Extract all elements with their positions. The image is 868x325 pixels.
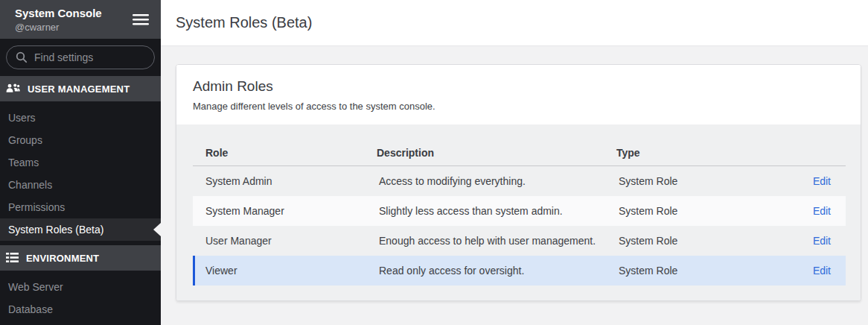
page-content: Admin Roles Manage different levels of a… (161, 46, 868, 301)
current-user: @cwarner (15, 22, 102, 33)
edit-link-viewer[interactable]: Edit (813, 265, 831, 277)
description-cell: Slightly less access than system admin. (368, 205, 608, 217)
search-input[interactable] (6, 45, 155, 69)
description-cell: Read only access for oversight. (368, 265, 608, 277)
column-header-description: Description (366, 147, 606, 159)
sidebar-item-channels[interactable]: Channels (0, 174, 161, 196)
sidebar-item-label: System Roles (Beta) (8, 224, 103, 236)
table-row-system-admin: System Admin Access to modifying everyth… (193, 166, 846, 196)
active-item-arrow (153, 223, 161, 236)
section-user-management[interactable]: USER MANAGEMENT (0, 76, 161, 101)
search-icon (16, 51, 28, 63)
section-environment[interactable]: ENVIRONMENT (0, 245, 161, 271)
sidebar-header: System Console @cwarner (0, 0, 161, 39)
sidebar-item-permissions[interactable]: Permissions (0, 196, 161, 218)
column-header-role: Role (193, 147, 366, 159)
type-cell: System Role (608, 175, 750, 187)
card-subtitle: Manage different levels of access to the… (193, 101, 844, 112)
sidebar-item-database[interactable]: Database (0, 298, 161, 321)
admin-roles-card: Admin Roles Manage different levels of a… (176, 64, 861, 301)
description-cell: Enough access to help with user manageme… (368, 235, 608, 247)
system-console-app: System Console @cwarner (0, 0, 868, 325)
edit-link-user-manager[interactable]: Edit (813, 235, 831, 247)
admin-sidebar: System Console @cwarner (0, 0, 161, 325)
page-header: System Roles (Beta) (161, 0, 868, 46)
table-row-viewer: Viewer Read only access for oversight. S… (193, 256, 846, 285)
sidebar-item-web-server[interactable]: Web Server (0, 276, 161, 298)
section-label: ENVIRONMENT (26, 253, 99, 264)
users-icon (6, 83, 20, 94)
edit-link-system-admin[interactable]: Edit (813, 175, 831, 187)
user-management-list: Users Groups Teams Channels Permissions … (0, 101, 161, 245)
card-title: Admin Roles (193, 78, 844, 95)
type-cell: System Role (608, 265, 750, 277)
sidebar-nav: USER MANAGEMENT Users Groups Teams Chann… (0, 76, 161, 325)
column-header-type: Type (606, 147, 747, 159)
type-cell: System Role (608, 205, 750, 217)
hamburger-menu-icon[interactable] (133, 14, 149, 25)
sidebar-header-text: System Console @cwarner (15, 6, 102, 32)
sidebar-item-system-roles[interactable]: System Roles (Beta) (0, 218, 161, 241)
page-title: System Roles (Beta) (176, 14, 312, 31)
role-cell: User Manager (195, 235, 368, 247)
type-cell: System Role (608, 235, 750, 247)
role-cell: Viewer (195, 265, 368, 277)
roles-table-container: Role Description Type System Admin Acces… (176, 124, 861, 300)
edit-link-system-manager[interactable]: Edit (813, 205, 831, 217)
section-label: USER MANAGEMENT (28, 83, 130, 95)
sidebar-item-teams[interactable]: Teams (0, 151, 161, 174)
server-icon (6, 253, 19, 263)
main-panel: System Roles (Beta) Admin Roles Manage d… (161, 0, 868, 325)
card-header: Admin Roles Manage different levels of a… (176, 65, 861, 124)
description-cell: Access to modifying everything. (368, 175, 608, 187)
sidebar-search (0, 39, 161, 76)
table-header-row: Role Description Type (193, 139, 846, 166)
console-title: System Console (15, 6, 102, 21)
table-row-system-manager: System Manager Slightly less access than… (193, 196, 846, 226)
sidebar-item-groups[interactable]: Groups (0, 129, 161, 151)
roles-table: Role Description Type System Admin Acces… (193, 139, 846, 285)
role-cell: System Manager (195, 205, 368, 217)
table-row-user-manager: User Manager Enough access to help with … (193, 226, 846, 256)
environment-list: Web Server Database (0, 271, 161, 325)
sidebar-item-users[interactable]: Users (0, 107, 161, 129)
role-cell: System Admin (195, 175, 368, 187)
